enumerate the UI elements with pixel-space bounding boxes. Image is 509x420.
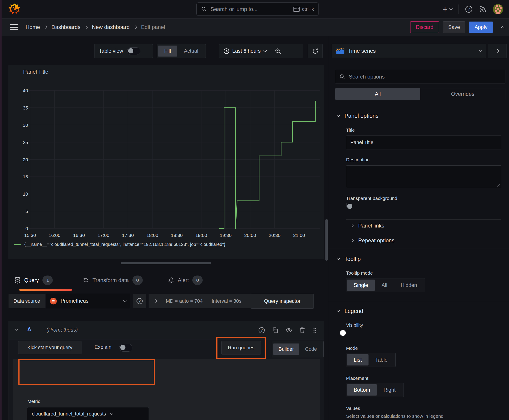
new-button[interactable]: + xyxy=(443,5,452,14)
drag-handle-icon[interactable] xyxy=(312,327,318,334)
datasource-picker[interactable]: Prometheus xyxy=(46,294,130,308)
tooltip-mode-label: Tooltip mode xyxy=(346,270,373,276)
resize-handle-icon[interactable] xyxy=(497,183,500,187)
max-data-points: MD = auto = 704 xyxy=(166,298,203,304)
zoom-out-button[interactable] xyxy=(270,48,286,54)
query-inspector-button[interactable]: Query inspector xyxy=(251,294,314,309)
chevron-right-icon xyxy=(44,25,48,29)
collapse-options-icon[interactable] xyxy=(501,26,504,30)
chevron-down-icon xyxy=(479,48,483,52)
tooltip-mode-single[interactable]: Single xyxy=(347,279,375,291)
svg-text:35: 35 xyxy=(23,105,28,110)
menu-toggle[interactable] xyxy=(10,23,18,31)
grafana-logo[interactable] xyxy=(8,3,21,15)
transparent-bg-label: Transparent background xyxy=(346,196,397,201)
global-search[interactable]: Search or jump to... ctrl+k xyxy=(196,2,319,16)
svg-text:15: 15 xyxy=(23,174,28,179)
svg-text:0: 0 xyxy=(25,226,28,231)
transparent-bg-toggle[interactable] xyxy=(346,203,347,207)
explain-toggle[interactable] xyxy=(119,344,132,352)
copy-icon[interactable] xyxy=(272,327,279,334)
legend-mode-switch: List Table xyxy=(346,353,396,367)
chevron-down-icon xyxy=(123,299,127,302)
tab-transform[interactable]: Transform data 0 xyxy=(83,270,143,290)
save-button[interactable]: Save xyxy=(443,21,465,33)
chevron-down-icon xyxy=(449,7,453,10)
visualization-picker[interactable]: Time series xyxy=(332,44,486,58)
options-tab-all[interactable]: All xyxy=(335,88,420,100)
kickstart-button[interactable]: Kick start your query xyxy=(18,341,82,354)
chevron-right-icon xyxy=(84,25,88,29)
help-icon[interactable]: ? xyxy=(465,5,473,13)
transform-icon xyxy=(83,277,89,283)
legend-series-name[interactable]: {__name__="cloudflared_tunnel_total_requ… xyxy=(24,242,225,247)
options-tabs: All Overrides xyxy=(335,88,505,100)
fill-actual-switch: Fill Actual xyxy=(157,44,206,58)
time-range-picker[interactable]: Last 6 hours xyxy=(219,44,303,58)
interval: Interval = 30s xyxy=(212,298,242,304)
actual-option[interactable]: Actual xyxy=(177,45,205,57)
refresh-icon xyxy=(312,48,319,54)
legend-header[interactable]: Legend xyxy=(337,308,363,314)
refresh-button[interactable] xyxy=(308,44,323,58)
panel-title-input[interactable]: Panel Title xyxy=(346,135,501,150)
divider xyxy=(497,22,497,32)
panel-actions: Discard Save Apply xyxy=(410,18,504,36)
metric-select[interactable]: cloudflared_tunnel_total_requests xyxy=(27,407,149,420)
legend-placement-bottom[interactable]: Bottom xyxy=(347,384,377,396)
svg-text:18:00: 18:00 xyxy=(146,233,159,238)
description-textarea[interactable] xyxy=(346,165,501,188)
svg-text:?: ? xyxy=(468,7,470,11)
svg-text:17:00: 17:00 xyxy=(98,233,109,238)
code-option[interactable]: Code xyxy=(300,344,322,355)
help-icon[interactable]: ? xyxy=(258,327,265,334)
builder-option[interactable]: Builder xyxy=(273,344,299,355)
repeat-options-section[interactable]: Repeat options xyxy=(351,237,394,244)
svg-text:18:30: 18:30 xyxy=(171,233,183,238)
query-options-summary[interactable]: MD = auto = 704 Interval = 30s xyxy=(149,294,251,308)
panel-links-section[interactable]: Panel links xyxy=(351,223,384,229)
breadcrumb-home[interactable]: Home xyxy=(26,24,40,30)
tooltip-mode-hidden[interactable]: Hidden xyxy=(394,279,424,291)
search-icon xyxy=(201,6,207,12)
toggle-viz-picker-button[interactable] xyxy=(488,44,507,58)
eye-icon[interactable] xyxy=(285,327,292,334)
legend-placement-right[interactable]: Right xyxy=(377,384,403,396)
editor-tabs: Query 1 Transform data 0 Alert 0 xyxy=(8,270,328,290)
breadcrumb-new-dashboard[interactable]: New dashboard xyxy=(92,24,129,30)
tab-transform-label: Transform data xyxy=(92,277,129,283)
legend-swatch[interactable] xyxy=(14,244,21,245)
breadcrumb-dashboards[interactable]: Dashboards xyxy=(51,24,80,30)
datasource-value: Prometheus xyxy=(61,298,88,304)
avatar[interactable] xyxy=(493,4,503,14)
legend-mode-list[interactable]: List xyxy=(347,354,369,366)
trash-icon[interactable] xyxy=(299,327,305,334)
apply-button[interactable]: Apply xyxy=(469,22,493,33)
hamburger-icon xyxy=(10,24,18,25)
options-search[interactable]: Search options xyxy=(335,70,505,83)
svg-text:10: 10 xyxy=(23,191,28,196)
tooltip-header[interactable]: Tooltip xyxy=(337,256,361,262)
datasource-help-button[interactable]: ? xyxy=(133,294,146,308)
query-row-header[interactable]: A (Prometheus) ? xyxy=(9,321,324,339)
legend-values-hint: Select values or calculations to show in… xyxy=(346,413,443,419)
table-view-control: Table view xyxy=(94,44,153,58)
tab-transform-badge: 0 xyxy=(132,276,143,285)
tab-query[interactable]: Query 1 xyxy=(14,270,53,290)
legend-mode-table[interactable]: Table xyxy=(369,354,394,366)
discard-button[interactable]: Discard xyxy=(410,21,439,33)
panel-options-header[interactable]: Panel options xyxy=(337,113,379,119)
fill-option[interactable]: Fill xyxy=(158,45,177,57)
table-view-toggle[interactable] xyxy=(127,47,140,55)
time-series-chart[interactable]: 051015202530354015:3016:0016:3017:0017:3… xyxy=(9,65,324,259)
rss-icon[interactable] xyxy=(479,5,486,13)
panel-resize-handle[interactable] xyxy=(121,262,211,264)
legend-placement-label: Placement xyxy=(346,375,368,381)
tab-query-label: Query xyxy=(24,277,39,283)
svg-text:40: 40 xyxy=(23,88,28,93)
options-tab-overrides[interactable]: Overrides xyxy=(420,88,505,100)
tab-alert[interactable]: Alert 0 xyxy=(168,270,203,290)
scrollbar-thumb[interactable] xyxy=(326,219,328,261)
divider xyxy=(346,219,501,220)
tooltip-mode-all[interactable]: All xyxy=(375,279,394,291)
